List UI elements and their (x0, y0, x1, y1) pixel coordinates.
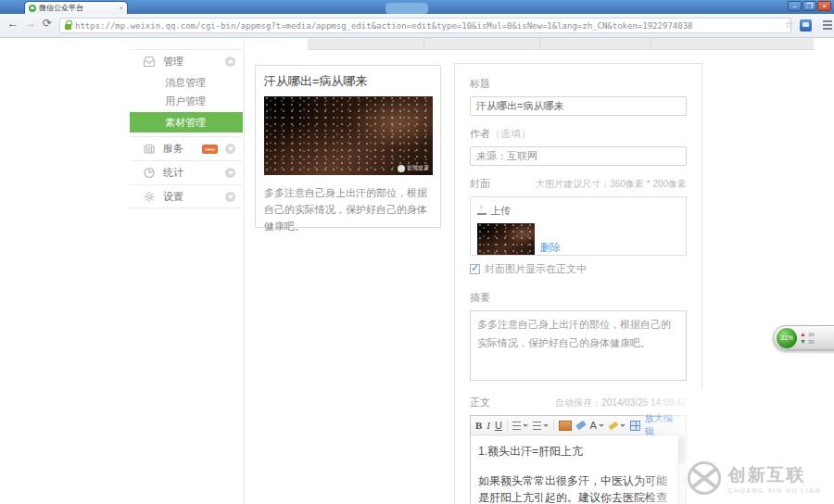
insert-image-button[interactable] (559, 421, 572, 431)
tab-title: 微信公众平台 (39, 3, 116, 13)
ordered-list-button[interactable] (512, 422, 528, 430)
sidebar-item-stats[interactable]: 统计 (130, 160, 243, 184)
summary-textarea[interactable] (470, 310, 687, 381)
body-label: 正文 (470, 396, 490, 410)
browser-tab[interactable]: 微信公众平台 × (24, 1, 128, 14)
expand-arrow-icon[interactable] (225, 192, 235, 202)
close-button[interactable]: × (817, 1, 831, 11)
restore-button[interactable]: ❐ (802, 1, 816, 11)
delete-cover-link[interactable]: 删除 (540, 241, 561, 255)
https-lock-icon (65, 24, 71, 30)
tab-close-icon[interactable]: × (119, 5, 123, 12)
author-input[interactable] (470, 146, 687, 166)
expand-arrow-icon[interactable] (225, 144, 235, 154)
font-color-icon: A (590, 420, 597, 431)
new-badge: new (202, 145, 218, 154)
sidebar-item-material-manage[interactable]: 素材管理 (130, 112, 243, 132)
highlighter-icon (608, 421, 618, 430)
browser-titlebar: 微信公众平台 × – ❐ × (0, 0, 834, 14)
browser-toolbar: ← → ⟳ https://mp.weixin.qq.com/cgi-bin/a… (0, 14, 834, 38)
percent-ball: 31% (777, 328, 797, 348)
sidebar-item-label: 服务 (163, 142, 195, 156)
minimize-button[interactable]: – (788, 1, 802, 11)
gear-icon (143, 191, 156, 203)
cover-thumbnail[interactable] (477, 223, 535, 255)
store-icon (143, 143, 156, 155)
upload-icon (477, 207, 486, 215)
bold-button[interactable]: B (475, 420, 482, 431)
sidebar: 管理 消息管理 用户管理 素材管理 服务 new 统计 (130, 49, 243, 208)
forward-icon[interactable]: → (25, 17, 36, 30)
author-label: 作者（选填） (470, 127, 687, 141)
sidebar-item-service[interactable]: 服务 new (130, 136, 243, 160)
watermark-logo-icon (398, 165, 405, 172)
extension-icon[interactable] (800, 19, 812, 32)
watermark-cn: 创新互联 (727, 463, 821, 487)
article-description: 多多注意自己身上出汗的部位，根据自己的实际情况，保护好自己的身体健康吧。 (264, 184, 432, 234)
article-cover-image: 智慧健康 (264, 96, 433, 175)
floating-monitor-widget[interactable]: 31% ▲3K ▼3K (773, 325, 834, 350)
cover-size-hint: 大图片建议尺寸：360像素 * 200像素 (536, 178, 687, 191)
sidebar-item-label: 设置 (163, 190, 218, 204)
url-text[interactable]: https://mp.weixin.qq.com/cgi-bin/appmsg?… (75, 21, 692, 31)
browser-menu-icon[interactable] (823, 20, 832, 32)
watermark-en: CHUANG XIN HU LIAN (727, 487, 821, 494)
upload-button[interactable]: 上传 (477, 204, 511, 218)
article-preview-card[interactable]: 汗从哪出=病从哪来 智慧健康 多多注意自己身上出汗的部位，根据自己的实际情况，保… (255, 65, 441, 228)
sidebar-item-manage[interactable]: 管理 (130, 49, 243, 73)
page-top-nav (308, 38, 814, 50)
summary-label: 摘要 (470, 291, 687, 305)
sidebar-item-label: 统计 (163, 166, 218, 180)
italic-button[interactable]: I (486, 420, 490, 431)
underline-button[interactable]: U (495, 420, 502, 431)
show-cover-label: 封面图片显示在正文中 (485, 262, 587, 276)
browser-window: 微信公众平台 × – ❐ × ← → ⟳ https://mp.weixin.q… (0, 0, 834, 504)
title-label: 标题 (470, 77, 687, 91)
pie-chart-icon (143, 167, 156, 179)
site-watermark: 创新互联 CHUANG XIN HU LIAN (688, 461, 821, 495)
inbox-icon (143, 56, 156, 68)
up-arrow-icon: ▲ (800, 331, 806, 337)
back-icon[interactable]: ← (7, 17, 19, 30)
cover-upload-box: 上传 删除 (470, 196, 687, 256)
clear-format-button[interactable] (575, 421, 586, 431)
down-arrow-icon: ▼ (800, 338, 806, 345)
cx-logo-icon (688, 461, 721, 495)
reload-icon[interactable]: ⟳ (43, 17, 52, 30)
image-watermark: 智慧健康 (398, 164, 429, 172)
wechat-favicon-icon (29, 5, 36, 12)
sidebar-item-label: 管理 (163, 55, 218, 69)
ordered-list-icon (512, 422, 521, 430)
sidebar-item-message-manage[interactable]: 消息管理 (130, 73, 243, 92)
unordered-list-button[interactable] (533, 422, 549, 430)
unordered-list-icon (533, 422, 541, 430)
collapse-arrow-icon[interactable] (225, 57, 235, 67)
article-title: 汗从哪出=病从哪来 (264, 73, 432, 90)
sidebar-item-settings[interactable]: 设置 (130, 184, 243, 208)
sidebar-divider (244, 38, 245, 504)
show-cover-checkbox[interactable] (470, 264, 480, 274)
background-tab[interactable] (385, 3, 428, 14)
sidebar-item-user-manage[interactable]: 用户管理 (130, 92, 243, 110)
bookmark-star-icon[interactable]: ☆ (784, 19, 793, 31)
highlight-button[interactable] (609, 423, 626, 428)
cover-label: 封面 (470, 177, 490, 191)
title-input[interactable] (470, 96, 687, 116)
address-bar[interactable]: https://mp.weixin.qq.com/cgi-bin/appmsg?… (59, 18, 791, 33)
font-color-button[interactable]: A (590, 420, 604, 431)
expand-arrow-icon[interactable] (225, 168, 235, 178)
